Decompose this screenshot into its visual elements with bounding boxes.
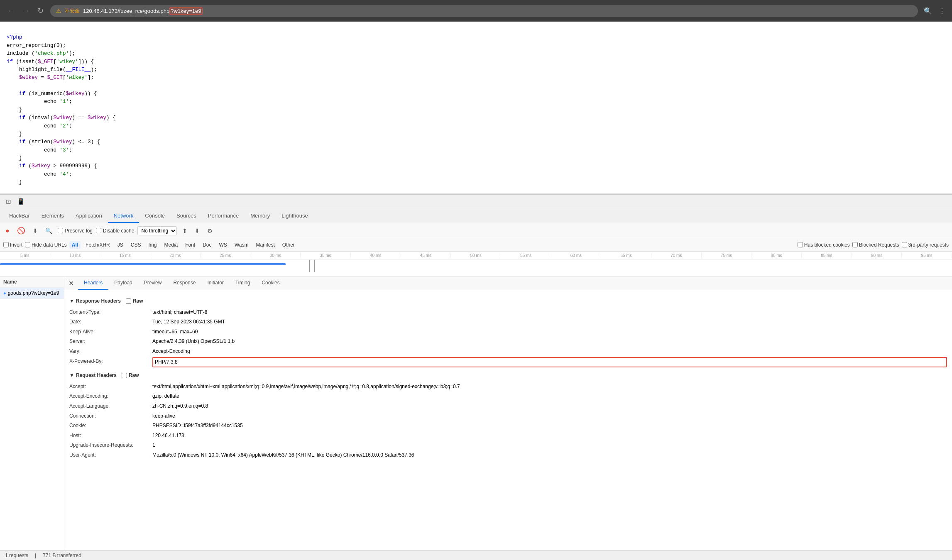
- devtools-top-bar: ⊡ 📱: [0, 195, 952, 209]
- detail-tab-payload[interactable]: Payload: [108, 276, 138, 290]
- detail-tab-timing[interactable]: Timing: [230, 276, 256, 290]
- network-settings-button[interactable]: ⚙: [205, 226, 215, 235]
- tab-hackbar[interactable]: HackBar: [3, 209, 36, 223]
- detail-tab-initiator[interactable]: Initiator: [201, 276, 229, 290]
- header-name-keep-alive: Keep-Alive:: [69, 328, 152, 337]
- tab-sources[interactable]: Sources: [171, 209, 202, 223]
- cursor-tool-button[interactable]: ⊡: [3, 196, 14, 207]
- raw-request-checkbox[interactable]: [122, 373, 127, 378]
- header-value-content-type: text/html; charset=UTF-8: [152, 308, 947, 317]
- hide-data-urls-label[interactable]: Hide data URLs: [25, 242, 67, 248]
- header-row-connection: Connection: keep-alive: [69, 411, 947, 421]
- tick-15ms: 15 ms: [100, 253, 150, 258]
- filter-js[interactable]: JS: [115, 241, 126, 249]
- header-value-accept-encoding: gzip, deflate: [152, 392, 947, 401]
- filter-wasm[interactable]: Wasm: [232, 241, 251, 249]
- filter-toggle-button[interactable]: ⬇: [31, 226, 40, 235]
- filter-ws[interactable]: WS: [217, 241, 230, 249]
- tab-network[interactable]: Network: [108, 209, 139, 223]
- filter-img[interactable]: Img: [146, 241, 159, 249]
- header-value-keep-alive: timeout=65, max=60: [152, 328, 947, 337]
- record-button[interactable]: ●: [3, 226, 12, 236]
- header-name-accept-language: Accept-Language:: [69, 402, 152, 411]
- has-blocked-cookies-checkbox[interactable]: [798, 242, 803, 247]
- filter-media[interactable]: Media: [162, 241, 180, 249]
- device-mode-button[interactable]: 📱: [15, 196, 27, 207]
- tick-60ms: 60 ms: [551, 253, 602, 258]
- back-button[interactable]: ←: [5, 5, 17, 17]
- import-button[interactable]: ⬆: [180, 226, 189, 235]
- detail-tab-headers[interactable]: Headers: [78, 276, 108, 290]
- has-blocked-cookies-label[interactable]: Has blocked cookies: [798, 242, 850, 248]
- timeline-ruler: 5 ms 10 ms 15 ms 20 ms 25 ms 30 ms 35 ms…: [0, 252, 952, 260]
- tab-elements[interactable]: Elements: [36, 209, 70, 223]
- menu-action-button[interactable]: ⋮: [937, 5, 947, 17]
- search-button[interactable]: 🔍: [43, 226, 54, 235]
- filter-fetch-xhr[interactable]: Fetch/XHR: [83, 241, 113, 249]
- tick-30ms: 30 ms: [250, 253, 301, 258]
- export-button[interactable]: ⬇: [193, 226, 202, 235]
- header-value-date: Tue, 12 Sep 2023 06:41:35 GMT: [152, 318, 947, 327]
- header-value-user-agent: Mozilla/5.0 (Windows NT 10.0; Win64; x64…: [152, 451, 947, 460]
- header-name-cookie: Cookie:: [69, 421, 152, 430]
- third-party-label[interactable]: 3rd-party requests: [902, 242, 949, 248]
- hide-data-urls-checkbox[interactable]: [25, 242, 30, 247]
- header-name-user-agent: User-Agent:: [69, 451, 152, 460]
- url-query: ?w1key=1e9: [169, 7, 202, 15]
- filter-manifest[interactable]: Manifest: [253, 241, 277, 249]
- detail-tab-response[interactable]: Response: [167, 276, 201, 290]
- filter-font[interactable]: Font: [183, 241, 198, 249]
- header-row-accept-language: Accept-Language: zh-CN,zh;q=0.9,en;q=0.8: [69, 401, 947, 411]
- clear-button[interactable]: 🚫: [15, 225, 27, 236]
- status-separator: |: [35, 553, 36, 558]
- tick-5ms: 5 ms: [0, 253, 50, 258]
- tab-console[interactable]: Console: [139, 209, 171, 223]
- security-label: 不安全: [65, 7, 80, 15]
- reload-button[interactable]: ↻: [35, 5, 46, 17]
- preserve-log-text: Preserve log: [65, 228, 93, 234]
- header-name-x-powered-by: X-Powered-By:: [69, 357, 152, 368]
- filter-doc[interactable]: Doc: [200, 241, 214, 249]
- tick-95ms: 95 ms: [902, 253, 952, 258]
- nav-buttons: ← → ↻: [5, 5, 46, 17]
- invert-label[interactable]: Invert: [3, 242, 22, 248]
- blocked-requests-checkbox[interactable]: [852, 242, 858, 247]
- tab-application[interactable]: Application: [70, 209, 108, 223]
- raw-response-checkbox[interactable]: [126, 298, 131, 304]
- preserve-log-checkbox[interactable]: [58, 228, 63, 233]
- address-bar-container[interactable]: ⚠ 不安全 120.46.41.173/fuzee_rce/goods.php?…: [50, 5, 918, 17]
- tab-lighthouse[interactable]: Lighthouse: [276, 209, 314, 223]
- request-item[interactable]: ● goods.php?w1key=1e9: [0, 288, 64, 299]
- search-action-button[interactable]: 🔍: [922, 5, 934, 17]
- network-body: Name ● goods.php?w1key=1e9 ✕ Headers Pay…: [0, 276, 952, 550]
- disable-cache-label[interactable]: Disable cache: [96, 228, 134, 234]
- detail-header: ✕ Headers Payload Preview Response Initi…: [64, 276, 952, 290]
- tick-90ms: 90 ms: [852, 253, 902, 258]
- timeline: 5 ms 10 ms 15 ms 20 ms 25 ms 30 ms 35 ms…: [0, 252, 952, 276]
- disable-cache-checkbox[interactable]: [96, 228, 101, 233]
- page-content: <?php error_reporting(0); include ('chec…: [0, 22, 952, 194]
- detail-close-button[interactable]: ✕: [64, 277, 78, 290]
- tab-performance[interactable]: Performance: [202, 209, 245, 223]
- header-value-cookie: PHPSESSID=f59f47a3ff3fd94144cc1535: [152, 421, 947, 430]
- invert-checkbox[interactable]: [3, 242, 9, 247]
- blocked-requests-label[interactable]: Blocked Requests: [852, 242, 899, 248]
- header-row-upgrade-insecure: Upgrade-Insecure-Requests: 1: [69, 440, 947, 450]
- third-party-checkbox[interactable]: [902, 242, 907, 247]
- filter-all[interactable]: All: [69, 241, 81, 249]
- header-name-upgrade-insecure: Upgrade-Insecure-Requests:: [69, 441, 152, 450]
- detail-tab-cookies[interactable]: Cookies: [256, 276, 285, 290]
- tick-85ms: 85 ms: [802, 253, 852, 258]
- header-value-host: 120.46.41.173: [152, 431, 947, 440]
- header-value-upgrade-insecure: 1: [152, 441, 947, 450]
- filter-other[interactable]: Other: [280, 241, 297, 249]
- request-item-name: goods.php?w1key=1e9: [8, 290, 59, 296]
- has-blocked-cookies-text: Has blocked cookies: [804, 242, 850, 248]
- preserve-log-label[interactable]: Preserve log: [58, 228, 93, 234]
- throttling-select[interactable]: No throttling: [137, 226, 177, 235]
- forward-button[interactable]: →: [20, 5, 32, 17]
- tab-memory[interactable]: Memory: [245, 209, 276, 223]
- detail-tab-preview[interactable]: Preview: [138, 276, 168, 290]
- code-display: <?php error_reporting(0); include ('chec…: [7, 26, 945, 194]
- filter-css[interactable]: CSS: [128, 241, 144, 249]
